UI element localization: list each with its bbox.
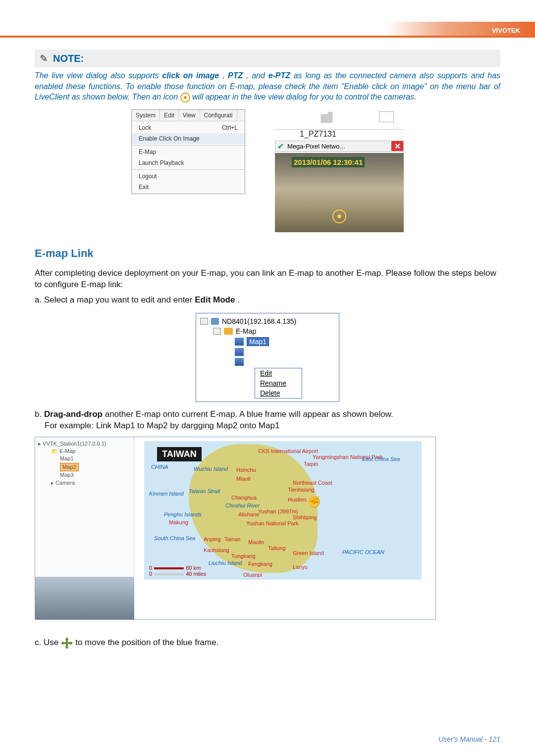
ctx-rename[interactable]: Rename [255, 378, 302, 388]
tab-config[interactable]: Configurati [200, 110, 237, 121]
menu-block-2: E-Map Launch Playback [132, 146, 245, 170]
page-content: ✎ NOTE: The live view dialog also suppor… [0, 38, 535, 650]
map-icon-3 [235, 358, 244, 366]
menu-lock[interactable]: Lock Ctrl+L [132, 122, 245, 133]
map-icon [235, 338, 244, 346]
close-icon[interactable]: ✕ [391, 141, 403, 151]
menu-lock-label: Lock [139, 124, 151, 131]
tree-station[interactable]: ▸ VVTK_Station1(127.0.0.1) [38, 440, 131, 448]
menu-logout[interactable]: Logout [132, 171, 245, 182]
target-overlay-icon[interactable] [332, 209, 346, 223]
step-c-post: to move the position of the blue frame. [75, 637, 218, 649]
minus-icon-2[interactable] [213, 328, 221, 335]
step-c-pre: c. Use [35, 637, 58, 649]
live-title-text: Mega-Pixel Netwo... [285, 141, 391, 151]
step-a-pre: a. Select a map you want to edit and ent… [35, 295, 195, 304]
folder-icon [224, 328, 233, 335]
menu-emap[interactable]: E-Map [132, 147, 245, 157]
tab-system[interactable]: System [132, 110, 160, 121]
step-b: b. Drag-and-drop another E-map onto curr… [35, 409, 500, 420]
emap-editor-figure: ▸ VVTK_Station1(127.0.0.1) 📁 E-Map Map1 … [35, 437, 436, 620]
lbl-hsinchu: Hsinchu [236, 467, 256, 473]
hand-cursor-icon: ✊ [308, 496, 321, 508]
header-back [0, 0, 535, 38]
menu-exit[interactable]: Exit [132, 182, 245, 193]
menu-figure: System Edit View Configurati Lock Ctrl+L… [131, 109, 245, 194]
menu-playback[interactable]: Launch Playback [132, 157, 245, 168]
tree-map-blank-1[interactable] [200, 347, 335, 357]
lbl-lanyu: Lanyu [293, 564, 308, 570]
lbl-yushan: Yushan (3997m) [258, 508, 298, 514]
ctx-edit[interactable]: Edit [255, 368, 302, 378]
tree-m3[interactable]: Map3 [60, 471, 131, 479]
step-b-bold: Drag-and-drop [44, 409, 103, 419]
tree-folder-label: E-Map [236, 327, 256, 335]
tree-camera[interactable]: ▸ Camera [51, 479, 131, 487]
section-intro: After completing device deployment on yo… [35, 268, 500, 291]
tree-map1[interactable]: Map1 [200, 336, 335, 347]
tree-map-blank-2[interactable] [200, 357, 335, 367]
lbl-alishane: Alishane [238, 511, 259, 517]
ctx-delete-label: Delete [260, 389, 280, 397]
lbl-river: Choshui River [225, 503, 260, 508]
live-image[interactable]: 2013/01/06 12:30:41 [275, 153, 404, 232]
live-view-figure: 1_PZ7131 ✔ Mega-Pixel Netwo... ✕ 2013/01… [275, 109, 404, 232]
lbl-strait: Taiwan Strait [189, 488, 220, 494]
check-icon: ✔ [275, 141, 285, 151]
lbl-east: East China Sea [362, 456, 400, 462]
scale-line-2 [154, 573, 184, 575]
map-canvas[interactable]: TAIWAN CKS International Airport Yangmin… [144, 441, 422, 580]
live-timestamp: 2013/01/06 12:30:41 [292, 157, 365, 167]
menu-exit-label: Exit [139, 184, 149, 191]
menu-lock-shortcut: Ctrl+L [222, 124, 238, 131]
tab-view[interactable]: View [179, 110, 200, 121]
device-box-icon [379, 111, 394, 122]
tree-m1[interactable]: Map1 [60, 455, 131, 462]
menu-playback-label: Launch Playback [139, 159, 184, 166]
menu-enable-click[interactable]: Enable Click On Image [132, 133, 245, 144]
lbl-anping: Anping [204, 536, 220, 542]
map-icon-2 [235, 348, 244, 356]
ctx-edit-label: Edit [260, 369, 272, 377]
lbl-maolin: Maolin [248, 539, 264, 545]
tree-nvr-label: ND8401(192.168.4.135) [222, 317, 296, 325]
lbl-yushanpark: Yushan National Park [246, 520, 299, 526]
step-a-bold: Edit Mode [195, 295, 235, 304]
lbl-tungkang: Tungkang [231, 553, 256, 559]
context-menu: Edit Rename Delete [255, 368, 302, 399]
tree-m2[interactable]: Map2 [60, 463, 131, 471]
minus-icon[interactable] [200, 318, 208, 325]
nvr-icon [211, 318, 219, 325]
lbl-ne: Northeast Coast [293, 480, 332, 486]
note-t2: , [222, 71, 228, 80]
menu-enable-click-label: Enable Click On Image [139, 135, 200, 142]
menu-tabs: System Edit View Configurati [132, 110, 245, 121]
menu-block-3: Logout Exit [132, 170, 245, 194]
ctx-delete[interactable]: Delete [255, 388, 302, 398]
tree-folder[interactable]: E-Map [200, 326, 335, 336]
tree-nvr[interactable]: ND8401(192.168.4.135) [200, 316, 335, 326]
tree-map1-label: Map1 [247, 337, 269, 346]
lbl-shih: Shihtiping [293, 514, 317, 520]
note-b2: PTZ [228, 71, 243, 80]
note-t0: The live view dialog also supports [35, 71, 162, 80]
live-titlebar: ✔ Mega-Pixel Netwo... ✕ [275, 141, 404, 152]
scale-line-1 [154, 567, 184, 569]
scale-mi: 40 miles [186, 571, 206, 577]
page-header: VIVOTEK [0, 0, 535, 38]
map-thumbnail[interactable] [35, 577, 134, 619]
brand-label: VIVOTEK [492, 27, 520, 34]
step-a: a. Select a map you want to edit and ent… [35, 295, 500, 306]
lbl-cks: CKS International Airport [258, 448, 318, 454]
note-label: NOTE: [53, 53, 84, 64]
tab-edit[interactable]: Edit [160, 110, 179, 121]
camera-icon [318, 109, 333, 125]
lbl-taipei: Taipei [304, 461, 318, 467]
note-heading: ✎ NOTE: [35, 50, 500, 67]
map-scale: 080 km 040 miles [149, 565, 206, 577]
lbl-tien: Tienhsiang [288, 487, 314, 493]
note-t3: , and [246, 71, 268, 80]
tree-emap-folder[interactable]: 📁 E-Map [51, 448, 131, 455]
lbl-green: Green Island [293, 550, 324, 556]
lbl-penghu: Penghu Islands [164, 511, 202, 517]
